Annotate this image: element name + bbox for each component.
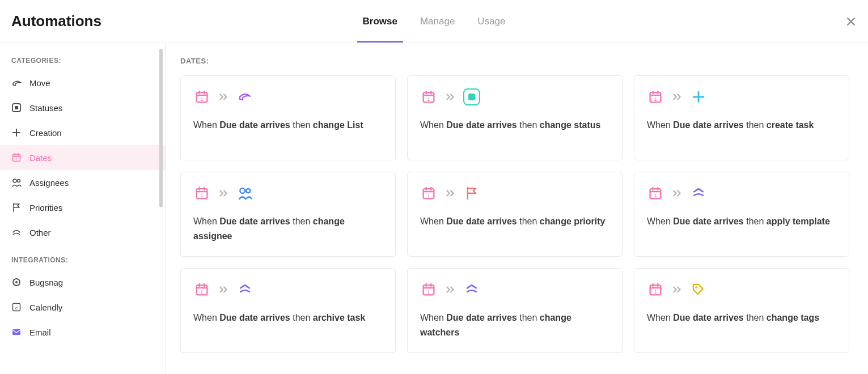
card-description: When Due date arrives then apply templat… [647,214,836,229]
calendar-icon [193,281,210,298]
scrollbar-thumb[interactable] [159,49,163,207]
email-icon [11,327,22,337]
automation-card[interactable]: When Due date arrives then change status [407,75,623,160]
tag-yellow-icon [690,281,707,298]
chevron-right-icon [672,188,682,198]
card-then: then [744,216,767,226]
chevron-right-icon [445,284,455,295]
card-icons [193,185,383,202]
sidebar-item-label: Assignees [29,178,69,188]
card-then: then [744,120,767,130]
automation-card[interactable]: When Due date arrives then change assign… [180,172,396,257]
card-icons [193,88,383,105]
calendar-icon [420,88,437,105]
sidebar-item-dates[interactable]: Dates [0,145,165,170]
card-action: change tags [767,313,819,322]
chevron-right-icon [445,92,455,102]
sidebar-item-other[interactable]: Other [0,220,165,245]
main-content: DATES: When Due date arrives then change… [166,43,868,374]
calendar-icon [647,185,664,202]
card-trigger: Due date arrives [446,120,517,130]
card-when-prefix: When [193,216,219,226]
sidebar-item-statuses[interactable]: Statuses [0,95,165,120]
template-purple-icon [690,185,707,202]
card-action: change List [313,120,363,130]
sidebar-heading-integrations: INTEGRATIONS: [0,253,165,270]
card-icons [420,88,609,105]
card-then: then [517,313,540,322]
automation-card[interactable]: When Due date arrives then archive task [180,268,396,353]
card-trigger: Due date arrives [219,120,290,130]
card-trigger: Due date arrives [446,216,517,226]
card-action: archive task [313,313,366,322]
card-icons [193,281,383,298]
status-icon [11,103,22,113]
card-when-prefix: When [193,120,219,130]
people-icon [11,177,22,188]
card-trigger: Due date arrives [219,216,290,226]
card-action: change status [540,120,601,130]
card-when-prefix: When [420,313,446,322]
automation-card[interactable]: When Due date arrives then change priori… [407,172,623,257]
calendar-icon [647,88,664,105]
card-trigger: Due date arrives [673,313,744,322]
share-icon [11,78,22,88]
sidebar-item-bugsnag[interactable]: Bugsnag [0,270,165,295]
close-button[interactable] [845,16,857,27]
sidebar: CATEGORIES: Move Statuses Creation Dates… [0,43,166,374]
tab-browse[interactable]: Browse [363,0,397,42]
flag-icon [11,202,22,212]
calendar-icon [420,281,437,298]
automation-card[interactable]: When Due date arrives then change List [180,75,396,160]
page-title: Automations [11,12,101,30]
sidebar-item-creation[interactable]: Creation [0,120,165,145]
sidebar-item-label: Calendly [29,303,62,312]
plus-blue-icon [690,88,707,105]
people-blue-icon [236,185,253,202]
calendar-icon [193,88,210,105]
card-trigger: Due date arrives [673,120,744,130]
automation-card[interactable]: When Due date arrives then change tags [634,268,849,353]
automation-card[interactable]: When Due date arrives then apply templat… [634,172,849,257]
header: Automations Browse Manage Usage [0,0,868,43]
card-action: change priority [540,216,606,226]
share-purple-icon [236,88,253,105]
card-action: create task [767,120,814,130]
card-when-prefix: When [420,120,446,130]
section-heading: DATES: [180,57,853,65]
automation-card[interactable]: When Due date arrives then change watche… [407,268,623,353]
card-when-prefix: When [647,313,673,322]
calendar-icon [11,152,22,163]
card-trigger: Due date arrives [446,313,517,322]
sidebar-item-calendly[interactable]: Calendly [0,295,165,320]
tab-usage[interactable]: Usage [477,0,505,42]
sidebar-item-move[interactable]: Move [0,70,165,95]
chevron-right-icon [672,284,682,295]
calendar-icon [420,185,437,202]
card-when-prefix: When [420,216,446,226]
automation-card[interactable]: When Due date arrives then create task [634,75,849,160]
sidebar-item-label: Dates [29,153,52,163]
card-description: When Due date arrives then create task [647,118,836,133]
card-then: then [744,313,767,322]
card-then: then [517,120,540,130]
sidebar-item-email[interactable]: Email [0,320,165,345]
sidebar-item-label: Bugsnag [29,278,63,287]
sidebar-item-priorities[interactable]: Priorities [0,195,165,220]
flag-red-icon [463,185,480,202]
calendly-icon [11,302,22,312]
sidebar-item-label: Move [29,78,50,88]
tabs: Browse Manage Usage [363,0,506,42]
plus-icon [11,128,22,138]
card-then: then [290,216,313,226]
sidebar-item-assignees[interactable]: Assignees [0,170,165,195]
card-description: When Due date arrives then change priori… [420,214,609,229]
sidebar-heading-categories: CATEGORIES: [0,53,165,70]
card-when-prefix: When [647,216,673,226]
card-then: then [517,216,540,226]
tab-manage[interactable]: Manage [420,0,455,42]
card-trigger: Due date arrives [673,216,744,226]
status-green-icon [463,88,480,105]
automation-grid: When Due date arrives then change ListWh… [180,75,853,353]
card-icons [420,281,609,298]
